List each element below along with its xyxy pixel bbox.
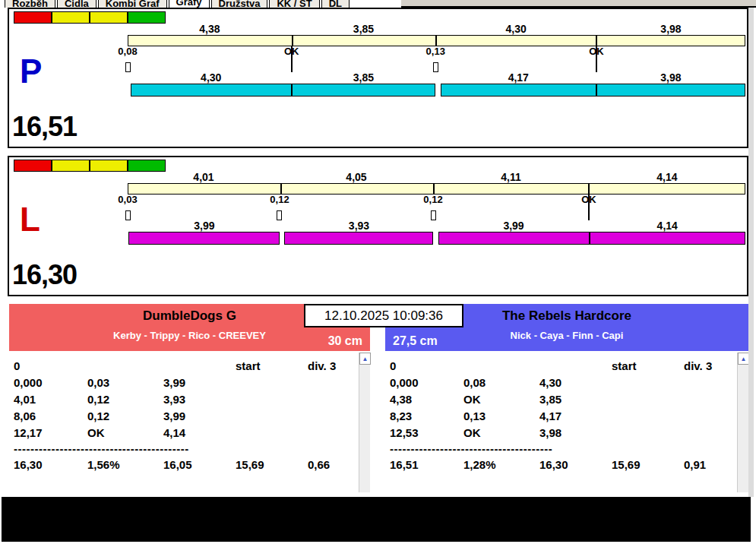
dog-bar-segment bbox=[438, 232, 590, 245]
change-mark: OK bbox=[572, 195, 606, 220]
dog-bar-segment bbox=[441, 84, 596, 96]
change-marks-row: 0,08OK0,13OK bbox=[128, 46, 745, 72]
tab-strip: RozběhČidlaKombi GrafGrafyDružstvaKK / S… bbox=[0, 0, 756, 8]
dog-time-label: 3,99 bbox=[438, 220, 590, 232]
tab-item[interactable]: Družstva bbox=[211, 0, 268, 8]
change-marks-row: 0,030,120,12OK bbox=[128, 195, 745, 220]
table-row: 4,38OK3,85 bbox=[385, 391, 748, 407]
table-row: 12,17OK4,14 bbox=[9, 424, 370, 441]
change-mark: 0,13 bbox=[419, 46, 452, 72]
split-bar-segment bbox=[596, 36, 745, 46]
table-separator: --------------------------------------- bbox=[385, 441, 748, 456]
tab-item[interactable]: DL bbox=[321, 0, 350, 8]
table-cell: 0,000 bbox=[385, 376, 459, 389]
dog-time-label: 3,85 bbox=[292, 72, 436, 84]
crossing-box-icon bbox=[125, 62, 131, 72]
indicator-cell bbox=[51, 12, 89, 23]
change-time-label: OK bbox=[581, 195, 596, 205]
table-row: 12,53OK3,98 bbox=[385, 424, 748, 441]
tab-item[interactable]: Rozběh bbox=[5, 0, 55, 8]
indicator-cell bbox=[51, 160, 89, 171]
dog-time-label: 3,93 bbox=[284, 220, 433, 232]
tab-item[interactable]: KK / ST bbox=[269, 0, 319, 8]
table-cell: 4,01 bbox=[9, 393, 83, 406]
change-time-label: 0,12 bbox=[270, 195, 289, 205]
table-row: 0,0000,033,99 bbox=[9, 374, 370, 391]
tab-item[interactable]: Čidla bbox=[57, 0, 96, 8]
change-mark: OK bbox=[580, 46, 613, 72]
indicator-cell bbox=[89, 12, 127, 23]
tab-item[interactable]: Grafy bbox=[169, 0, 210, 8]
table-rows: 0startdiv. 30,0000,033,994,010,123,938,0… bbox=[9, 357, 370, 473]
table-cell: 1,28% bbox=[459, 458, 535, 471]
table-cell: 0,13 bbox=[459, 410, 535, 422]
table-cell: 0,12 bbox=[83, 410, 159, 422]
lane-panel-p: P 16,51 4,383,854,303,98 0,08OK0,13OK 4,… bbox=[8, 8, 748, 148]
light-indicator bbox=[14, 11, 166, 24]
change-time-label: OK bbox=[284, 46, 299, 57]
crossing-box-icon bbox=[431, 210, 436, 220]
table-cell: 0,000 bbox=[9, 376, 83, 389]
table-cell: 4,14 bbox=[159, 426, 231, 439]
split-time-label: 4,01 bbox=[128, 172, 280, 183]
jump-height-badge: 30 cm bbox=[328, 334, 362, 348]
table-cell: 0,91 bbox=[679, 458, 740, 471]
tab-item[interactable]: Kombi Graf bbox=[98, 0, 167, 8]
lane-letter: L bbox=[20, 203, 40, 236]
jump-height-badge: 27,5 cm bbox=[393, 334, 438, 348]
table-cell: 1,56% bbox=[83, 458, 159, 471]
table-cell: OK bbox=[83, 426, 159, 439]
table-cell: 0,08 bbox=[459, 376, 535, 389]
dog-bar-segment bbox=[131, 84, 292, 96]
table-cell: 0,12 bbox=[83, 393, 159, 406]
split-time-label: 3,85 bbox=[292, 24, 436, 35]
table-cell: 0,03 bbox=[83, 376, 159, 389]
table-cell: 4,38 bbox=[385, 393, 459, 406]
table-cell: 15,69 bbox=[231, 458, 303, 471]
timestamp: 12.10.2025 10:09:36 bbox=[304, 304, 463, 327]
tab-strip-tabs: RozběhČidlaKombi GrafGrafyDružstvaKK / S… bbox=[5, 0, 351, 8]
table-separator: ----------------------------------------… bbox=[9, 441, 370, 456]
table-cell: 3,98 bbox=[535, 426, 607, 439]
crossing-box-icon bbox=[433, 62, 438, 72]
table-cell: 3,99 bbox=[159, 376, 231, 389]
crossing-box-icon bbox=[277, 210, 282, 220]
split-time-label: 3,98 bbox=[596, 24, 745, 35]
dog-bar-segment bbox=[292, 84, 436, 96]
bottom-black-bar bbox=[2, 497, 751, 542]
table-cell: 8,06 bbox=[9, 410, 83, 422]
indicator-cell bbox=[127, 12, 165, 23]
table-scrollbar[interactable]: ▲ bbox=[737, 353, 748, 492]
table-cell: 16,30 bbox=[535, 458, 607, 471]
indicator-cell bbox=[127, 160, 165, 171]
split-time-labels: 4,014,054,114,14 bbox=[128, 172, 745, 183]
table-cell: 0,66 bbox=[303, 458, 364, 471]
change-mark: 0,12 bbox=[416, 195, 450, 220]
change-mark: 0,08 bbox=[111, 46, 144, 72]
window-fill bbox=[401, 0, 756, 8]
scroll-up-icon[interactable]: ▲ bbox=[738, 353, 749, 365]
split-bar-segment bbox=[435, 36, 596, 46]
lane-total-time: 16,30 bbox=[12, 259, 77, 291]
scroll-up-icon[interactable]: ▲ bbox=[359, 353, 371, 365]
team-dogs: Nick - Caya - Finn - Capi bbox=[385, 330, 748, 341]
split-time-label: 4,38 bbox=[128, 24, 292, 35]
table-cell: 12,53 bbox=[385, 426, 459, 439]
table-row: 0,0000,084,30 bbox=[385, 374, 748, 391]
results-section: DumbleDogs G Kerby - Trippy - Rico - CRE… bbox=[9, 304, 748, 495]
change-time-label: 0,12 bbox=[423, 195, 442, 205]
split-bar-segment bbox=[128, 184, 280, 194]
split-time-label: 4,30 bbox=[435, 24, 596, 35]
split-time-label: 4,05 bbox=[280, 172, 433, 183]
table-scrollbar[interactable]: ▲ bbox=[359, 353, 370, 492]
table-cell: div. 3 bbox=[679, 359, 740, 372]
table-cell: 4,17 bbox=[535, 410, 607, 422]
team-table-left: 0startdiv. 30,0000,033,994,010,123,938,0… bbox=[9, 351, 370, 495]
lane-letter: P bbox=[20, 55, 42, 88]
split-bar-segment bbox=[292, 36, 435, 46]
table-row: 16,511,28%16,3015,690,91 bbox=[385, 456, 748, 473]
lane-track: 4,014,054,114,14 0,030,120,12OK 3,993,93… bbox=[128, 157, 745, 245]
light-indicator bbox=[14, 160, 166, 172]
table-cell: 16,51 bbox=[385, 458, 459, 471]
indicator-cell bbox=[89, 160, 127, 171]
